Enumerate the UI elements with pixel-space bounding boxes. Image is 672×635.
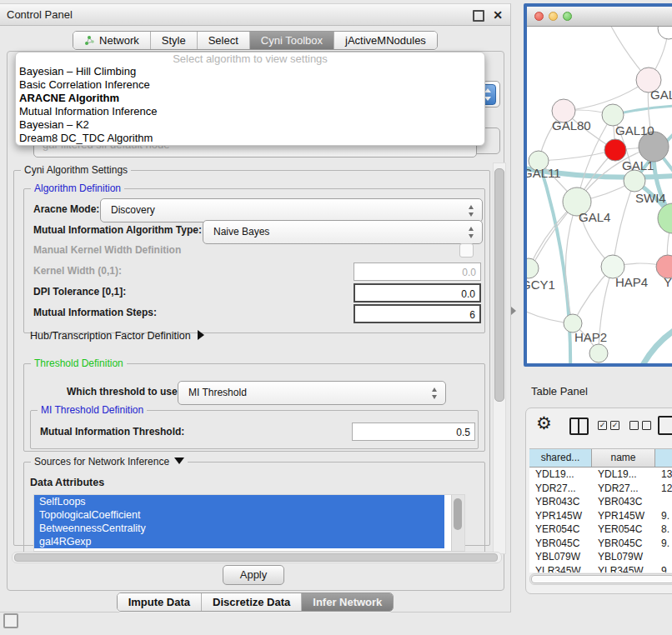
scrollbar-thumb[interactable]: [14, 553, 498, 562]
float-window-icon[interactable]: [473, 10, 484, 22]
scrollbar-thumb[interactable]: [494, 168, 504, 402]
table-cell: 9.: [655, 564, 672, 573]
network-edge-thick[interactable]: [637, 314, 672, 363]
control-panel-window: Control Panel ✕ NetworkStyleSelectCyni T…: [0, 3, 511, 612]
tab-discretize-data-label: Discretize Data: [213, 596, 290, 608]
scrollbar-thumb[interactable]: [531, 575, 672, 583]
mi-threshold-label: Mutual Information Threshold:: [40, 426, 184, 438]
column-header-shared[interactable]: shared...: [529, 449, 592, 467]
tab-style[interactable]: Style: [150, 32, 197, 49]
splitter-handle[interactable]: [511, 307, 516, 315]
attribute-item-topologicalcoefficient[interactable]: TopologicalCoefficient: [34, 508, 444, 522]
which-threshold-combo[interactable]: MI Threshold: [178, 381, 446, 405]
table-row[interactable]: YLR345WYLR345W9.: [529, 564, 672, 573]
combo-stepper-icon: [431, 387, 439, 400]
network-edge[interactable]: [613, 181, 634, 267]
deselect-all-columns-icon[interactable]: [629, 421, 651, 430]
tab-cyni-toolbox[interactable]: Cyni Toolbox: [249, 32, 333, 49]
table-cell: 9.: [655, 537, 672, 551]
table-horizontal-scrollbar[interactable]: [529, 573, 672, 585]
table-header-row: shared...name: [529, 449, 672, 468]
table-cell: YBR043C: [529, 495, 592, 509]
manual-kernel-checkbox[interactable]: [459, 243, 474, 258]
gear-icon[interactable]: ⚙: [536, 413, 552, 433]
table-cell: [655, 550, 672, 564]
tab-infer-network[interactable]: Infer Network: [301, 593, 393, 611]
tab-discretize-data[interactable]: Discretize Data: [201, 593, 301, 611]
network-edge[interactable]: [539, 150, 615, 161]
attribute-item-gal4rgexp[interactable]: gal4RGexp: [34, 535, 444, 548]
table-row[interactable]: YER054CYER054C8.: [529, 522, 672, 537]
table-cell: [655, 495, 672, 509]
table-toolbar: ⚙ ✓✓: [526, 408, 672, 445]
tab-network[interactable]: Network: [73, 32, 150, 49]
data-attributes-list[interactable]: SelfLoopsTopologicalCoefficientBetweenne…: [33, 494, 465, 552]
columns-icon[interactable]: [569, 418, 589, 435]
export-table-icon[interactable]: [658, 416, 672, 435]
minimize-traffic-light-icon[interactable]: [549, 12, 558, 21]
table-cell: YBR045C: [592, 537, 655, 551]
table-cell: 13: [655, 468, 672, 482]
table-row[interactable]: YPR145WYPR145W9.: [529, 509, 672, 523]
which-threshold-value: MI Threshold: [188, 382, 247, 404]
tab-style-label: Style: [162, 34, 186, 47]
mi-steps-field[interactable]: 6: [354, 304, 481, 323]
attribute-item-selfloops[interactable]: SelfLoops: [34, 495, 444, 508]
attributes-scrollbar[interactable]: [451, 495, 464, 551]
network-node-gcy1[interactable]: [527, 258, 539, 278]
attribute-item-betweennesscentrality[interactable]: BetweennessCentrality: [34, 522, 444, 535]
network-canvas[interactable]: GALGAL80GAL10GAL1GAL11SWI4GAL4GCY1HAP4YH…: [527, 27, 672, 363]
hub-definition-expander[interactable]: Hub/Transcription Factor Definition: [30, 330, 204, 342]
bottom-tab-bar: Impute DataDiscretize DataInfer Network: [0, 592, 510, 612]
settings-vertical-scrollbar[interactable]: [493, 162, 506, 554]
algorithm-option-mutual-information-inference[interactable]: Mutual Information Inference: [16, 105, 484, 118]
expand-right-icon: [198, 330, 204, 340]
network-node-swi4[interactable]: [624, 170, 645, 192]
table-row[interactable]: YBR043CYBR043C: [529, 495, 672, 509]
cyni-settings-scrollpane: Cyni Algorithm Settings Algorithm Defini…: [8, 161, 492, 552]
tab-select-label: Select: [208, 34, 238, 47]
minimized-panel-icon[interactable]: [3, 613, 18, 628]
settings-horizontal-scrollbar[interactable]: [12, 552, 502, 563]
tab-impute-data-label: Impute Data: [128, 596, 190, 608]
cyni-settings-group-title: Cyni Algorithm Settings: [21, 164, 131, 176]
scrollbar-thumb[interactable]: [454, 498, 462, 530]
algorithm-option-bayesian-hill-climbing[interactable]: Bayesian – Hill Climbing: [16, 65, 484, 78]
table-row[interactable]: YBR045CYBR045C9.: [529, 537, 672, 551]
column-header-name[interactable]: name: [592, 449, 655, 467]
close-window-icon[interactable]: ✕: [493, 7, 503, 23]
table-row[interactable]: YDR27...YDR27...12: [529, 482, 672, 496]
node-label-hap4: HAP4: [615, 275, 648, 289]
apply-button[interactable]: Apply: [223, 565, 284, 585]
table-row[interactable]: YDL19...YDL19...13: [529, 468, 672, 482]
mi-type-value: Naive Bayes: [213, 221, 269, 243]
algorithm-option-basic-correlation-inference[interactable]: Basic Correlation Inference: [16, 78, 484, 92]
node-label-swi4: SWI4: [635, 191, 666, 205]
network-node[interactable]: [589, 344, 608, 362]
aracne-mode-combo[interactable]: Discovery: [100, 198, 483, 222]
table-cell: YER054C: [592, 522, 655, 537]
node-label-gal1: GAL1: [622, 158, 654, 172]
kernel-width-field[interactable]: 0.0: [354, 262, 481, 281]
close-traffic-light-icon[interactable]: [534, 12, 544, 21]
network-node[interactable]: [658, 203, 672, 233]
tab-jactivemnodules-label: jActiveMNodules: [345, 34, 426, 47]
select-all-columns-icon[interactable]: ✓✓: [598, 421, 619, 430]
table-row[interactable]: YBL079WYBL079W: [529, 550, 672, 564]
sources-group-title[interactable]: Sources for Network Inference: [31, 456, 188, 468]
zoom-traffic-light-icon[interactable]: [563, 12, 572, 21]
algorithm-option-bayesian-k2[interactable]: Bayesian – K2: [16, 118, 484, 132]
tab-select[interactable]: Select: [197, 32, 249, 49]
tab-infer-network-label: Infer Network: [313, 596, 382, 608]
tab-impute-data[interactable]: Impute Data: [118, 593, 201, 611]
hub-definition-label: Hub/Transcription Factor Definition: [30, 330, 191, 342]
column-header-partial[interactable]: [655, 449, 672, 467]
mi-threshold-field[interactable]: 0.5: [352, 422, 475, 441]
mi-type-combo[interactable]: Naive Bayes: [203, 220, 483, 244]
tab-jactivemnodules[interactable]: jActiveMNodules: [333, 32, 437, 49]
algorithm-option-aracne-algorithm[interactable]: ARACNE Algorithm: [16, 92, 484, 105]
network-node[interactable]: [658, 27, 672, 39]
algorithm-option-dream8-dc-tdc-algorithm[interactable]: Dream8 DC_TDC Algorithm: [16, 132, 484, 145]
table-cell: 9.: [655, 509, 672, 523]
dpi-tolerance-field[interactable]: 0.0: [354, 283, 481, 302]
